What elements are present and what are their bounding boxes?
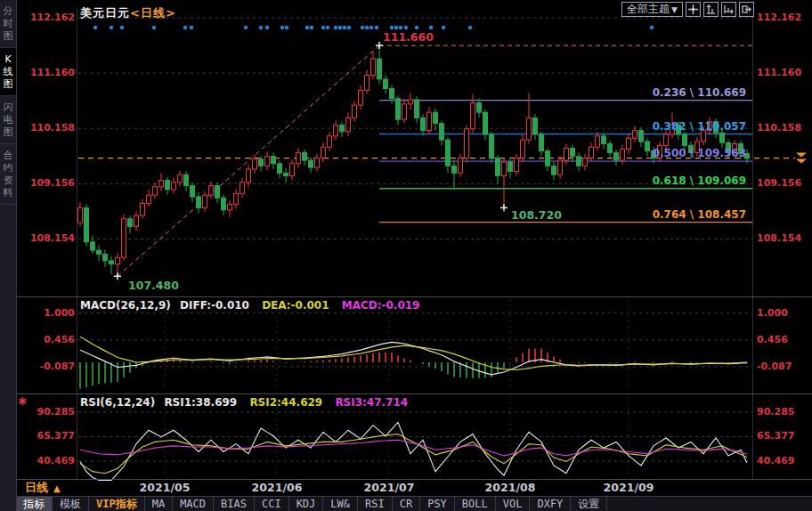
price-axis-label-right: 111.160 <box>757 67 801 78</box>
toolbar-tab-KDJ[interactable]: KDJ <box>289 497 324 511</box>
rsi-title: RSI(6,12,24) <box>80 396 155 409</box>
price-axis-label-right: 109.156 <box>757 177 801 189</box>
fib-label-0618: 0.618 \ 109.069 <box>653 174 746 187</box>
rsi-axis-label-left: 65.377 <box>18 430 75 442</box>
price-axis-label-right: 108.154 <box>757 232 801 244</box>
macd-axis-label-right: 1.000 <box>757 307 788 319</box>
theme-selector-label: 全部主题 <box>627 3 670 15</box>
toolbar-tab-DXFY[interactable]: DXFY <box>530 497 571 511</box>
xaxis-month-label: 2021/06 <box>252 481 303 494</box>
toolbar-tab-VOL[interactable]: VOL <box>496 497 531 511</box>
swing-high-label: 111.660 <box>383 30 434 44</box>
macd-axis-label-left: 1.000 <box>18 307 75 319</box>
price-axis-label-left: 108.154 <box>18 232 75 244</box>
macd-diff-value: DIFF:-0.010 <box>180 299 249 312</box>
chart-title: 美元日元<日线> <box>80 5 176 21</box>
toolbar-tab-模板[interactable]: 模板 <box>53 497 89 511</box>
pan-right-button[interactable] <box>739 2 754 17</box>
xaxis-row-divider <box>16 479 812 480</box>
toolbar-tab-MACD[interactable]: MACD <box>173 497 214 511</box>
fib-label-0764: 0.764 \ 108.457 <box>653 208 746 221</box>
period-selector-button[interactable]: 日线▲ <box>25 480 61 496</box>
toolbar-tab-CCI[interactable]: CCI <box>255 497 289 511</box>
sidebar-tab-分时图[interactable]: 分时图 <box>0 0 16 48</box>
macd-dea-value: DEA:-0.001 <box>262 299 329 312</box>
sidebar-tab-K线图[interactable]: K线图 <box>0 48 16 96</box>
rsi1-value: RSI1:38.699 <box>164 396 237 409</box>
rsi-axis-label-right: 90.285 <box>757 406 794 418</box>
crosshair-icon <box>688 4 698 14</box>
price-axis-label-left: 111.160 <box>18 67 75 78</box>
alert-icon: ✱ <box>18 395 27 408</box>
xaxis-month-label: 2021/07 <box>364 481 415 494</box>
toolbar-tab-CR[interactable]: CR <box>393 497 420 511</box>
rsi-axis-label-left: 40.469 <box>18 455 75 466</box>
macd-axis-label-left: -0.087 <box>18 361 75 372</box>
dropdown-arrow-icon: ▼ <box>671 5 678 14</box>
rsi-header: RSI(6,12,24) RSI1:38.699 RSI2:44.629 RSI… <box>80 396 408 409</box>
x-axis-scale-icon <box>724 4 734 14</box>
rsi2-value: RSI2:44.629 <box>249 396 322 409</box>
fib-label-0236: 0.236 \ 110.669 <box>653 86 746 99</box>
toolbar-tab-指标[interactable]: 指标 <box>16 497 53 511</box>
macd-bar-value: MACD:-0.019 <box>342 299 420 312</box>
period-up-arrow-icon: ▲ <box>53 483 61 493</box>
rsi-panel-divider <box>16 393 812 394</box>
price-axis-label-left: 110.158 <box>18 122 75 134</box>
y-axis-scale-icon <box>706 4 716 14</box>
rsi-axis-label-right: 40.469 <box>757 455 794 466</box>
macd-axis-label-right: -0.087 <box>757 361 792 372</box>
toolbar-tab-MA[interactable]: MA <box>145 497 173 511</box>
chart-canvas[interactable] <box>0 0 812 511</box>
period-tag: <日线> <box>130 6 176 20</box>
crosshair-button[interactable] <box>686 2 701 17</box>
swing-low-label: 107.480 <box>128 279 179 292</box>
macd-axis-label-right: 0.456 <box>757 334 788 345</box>
price-axis-label-left: 112.162 <box>18 12 75 23</box>
toolbar-tab-BOLL[interactable]: BOLL <box>455 497 496 511</box>
fib-label-0500: 0.500 \ 109.563 <box>653 147 746 159</box>
sidebar-tab-合约资料[interactable]: 合约资料 <box>0 144 16 205</box>
rsi3-value: RSI3:47.714 <box>335 396 408 409</box>
macd-panel-divider <box>16 296 812 297</box>
period-label: 日线 <box>25 481 48 494</box>
x-axis-scale-button[interactable] <box>721 2 736 17</box>
toolbar-tab-VIP指标[interactable]: VIP指标 <box>89 497 145 511</box>
sidebar: 分时图K线图闪电图合约资料 <box>0 0 17 511</box>
xaxis-month-label: 2021/08 <box>485 481 536 494</box>
toolbar-tab-PSY[interactable]: PSY <box>420 497 455 511</box>
trading-app-window: 分时图K线图闪电图合约资料 美元日元<日线> 全部主题▼ 0.236 \ 110… <box>0 0 812 511</box>
indicator-toolbar: 指标模板VIP指标MAMACDBIASCCIKDJLW&RSICRPSYBOLL… <box>16 496 812 511</box>
macd-header: MACD(26,12,9) DIFF:-0.010 DEA:-0.001 MAC… <box>80 299 419 312</box>
pan-right-icon <box>742 4 751 14</box>
price-axis-label-left: 109.156 <box>18 177 75 189</box>
fib-label-0382: 0.382 \ 110.057 <box>653 120 746 133</box>
price-axis-label-right: 110.158 <box>757 122 801 134</box>
toolbar-tab-LW&[interactable]: LW& <box>323 497 358 511</box>
toolbar-tab-BIAS[interactable]: BIAS <box>214 497 255 511</box>
toolbar-tab-设置[interactable]: 设置 <box>571 497 607 511</box>
retrace-low-label: 108.720 <box>511 208 562 222</box>
theme-selector-button[interactable]: 全部主题▼ <box>621 2 683 17</box>
xaxis-month-label: 2021/05 <box>140 481 191 494</box>
symbol-name: 美元日元 <box>80 6 130 20</box>
price-axis-label-right: 112.162 <box>757 12 801 23</box>
y-axis-scale-button[interactable] <box>703 2 719 17</box>
sidebar-tab-闪电图[interactable]: 闪电图 <box>0 96 16 144</box>
toolbar-tab-RSI[interactable]: RSI <box>358 497 393 511</box>
xaxis-month-label: 2021/09 <box>604 481 654 494</box>
top-right-controls: 全部主题▼ <box>621 2 754 17</box>
macd-axis-label-left: 0.456 <box>18 334 75 345</box>
rsi-axis-label-right: 65.377 <box>757 430 794 442</box>
macd-title: MACD(26,12,9) <box>80 299 171 312</box>
